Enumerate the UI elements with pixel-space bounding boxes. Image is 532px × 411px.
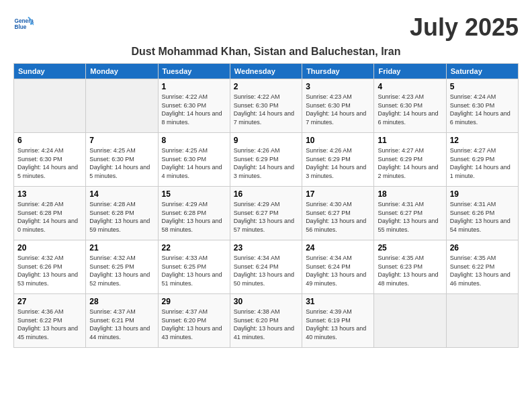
- calendar-week-row: 6Sunrise: 4:24 AMSunset: 6:30 PMDaylight…: [14, 133, 519, 187]
- calendar-week-row: 27Sunrise: 4:36 AMSunset: 6:22 PMDayligh…: [14, 294, 519, 348]
- calendar-day-cell: 12Sunrise: 4:27 AMSunset: 6:29 PMDayligh…: [446, 133, 518, 187]
- weekday-header-cell: Monday: [86, 64, 158, 79]
- calendar-week-row: 13Sunrise: 4:28 AMSunset: 6:28 PMDayligh…: [14, 187, 519, 240]
- weekday-header-cell: Friday: [374, 64, 446, 79]
- day-info: Sunrise: 4:38 AMSunset: 6:20 PMDaylight:…: [234, 308, 298, 341]
- calendar-day-cell: 27Sunrise: 4:36 AMSunset: 6:22 PMDayligh…: [14, 294, 86, 348]
- day-info: Sunrise: 4:27 AMSunset: 6:29 PMDaylight:…: [378, 146, 442, 180]
- day-number: 24: [306, 243, 370, 253]
- calendar-week-row: 1Sunrise: 4:22 AMSunset: 6:30 PMDaylight…: [14, 79, 519, 133]
- day-info: Sunrise: 4:25 AMSunset: 6:30 PMDaylight:…: [89, 146, 154, 180]
- day-info: Sunrise: 4:22 AMSunset: 6:30 PMDaylight:…: [234, 93, 298, 126]
- day-number: 13: [17, 189, 82, 199]
- calendar-day-cell: [374, 294, 446, 348]
- day-number: 9: [234, 136, 298, 145]
- day-number: 11: [378, 136, 442, 145]
- calendar-day-cell: [86, 79, 158, 133]
- weekday-header-cell: Saturday: [446, 64, 518, 79]
- day-info: Sunrise: 4:24 AMSunset: 6:30 PMDaylight:…: [450, 93, 515, 126]
- weekday-header-cell: Wednesday: [230, 64, 302, 79]
- day-number: 8: [162, 136, 226, 145]
- calendar-day-cell: 9Sunrise: 4:26 AMSunset: 6:29 PMDaylight…: [230, 133, 302, 187]
- calendar-day-cell: 18Sunrise: 4:31 AMSunset: 6:27 PMDayligh…: [374, 187, 446, 240]
- calendar-day-cell: 8Sunrise: 4:25 AMSunset: 6:30 PMDaylight…: [158, 133, 230, 187]
- day-info: Sunrise: 4:34 AMSunset: 6:24 PMDaylight:…: [306, 254, 370, 287]
- day-info: Sunrise: 4:23 AMSunset: 6:30 PMDaylight:…: [306, 93, 370, 126]
- day-number: 15: [162, 189, 226, 199]
- day-number: 1: [162, 82, 226, 91]
- day-number: 10: [306, 136, 370, 145]
- calendar-day-cell: 13Sunrise: 4:28 AMSunset: 6:28 PMDayligh…: [14, 187, 86, 240]
- day-number: 26: [450, 243, 515, 253]
- day-info: Sunrise: 4:28 AMSunset: 6:28 PMDaylight:…: [17, 200, 82, 234]
- calendar-day-cell: 24Sunrise: 4:34 AMSunset: 6:24 PMDayligh…: [302, 240, 374, 294]
- day-info: Sunrise: 4:27 AMSunset: 6:29 PMDaylight:…: [450, 146, 515, 180]
- day-number: 30: [234, 297, 298, 306]
- day-number: 3: [306, 82, 370, 91]
- calendar-day-cell: 22Sunrise: 4:33 AMSunset: 6:25 PMDayligh…: [158, 240, 230, 294]
- calendar-day-cell: 5Sunrise: 4:24 AMSunset: 6:30 PMDaylight…: [446, 79, 518, 133]
- calendar-day-cell: 23Sunrise: 4:34 AMSunset: 6:24 PMDayligh…: [230, 240, 302, 294]
- day-number: 16: [234, 189, 298, 199]
- day-info: Sunrise: 4:29 AMSunset: 6:27 PMDaylight:…: [234, 200, 298, 234]
- calendar-day-cell: 26Sunrise: 4:35 AMSunset: 6:22 PMDayligh…: [446, 240, 518, 294]
- calendar-day-cell: 10Sunrise: 4:26 AMSunset: 6:29 PMDayligh…: [302, 133, 374, 187]
- calendar-day-cell: 6Sunrise: 4:24 AMSunset: 6:30 PMDaylight…: [14, 133, 86, 187]
- day-info: Sunrise: 4:37 AMSunset: 6:21 PMDaylight:…: [89, 308, 154, 341]
- day-info: Sunrise: 4:35 AMSunset: 6:22 PMDaylight:…: [450, 254, 515, 287]
- day-info: Sunrise: 4:31 AMSunset: 6:26 PMDaylight:…: [450, 200, 515, 234]
- calendar-day-cell: 16Sunrise: 4:29 AMSunset: 6:27 PMDayligh…: [230, 187, 302, 240]
- logo: General Blue: [13, 13, 36, 34]
- day-number: 31: [306, 297, 370, 306]
- day-info: Sunrise: 4:37 AMSunset: 6:20 PMDaylight:…: [162, 308, 226, 341]
- calendar-day-cell: 15Sunrise: 4:29 AMSunset: 6:28 PMDayligh…: [158, 187, 230, 240]
- day-number: 12: [450, 136, 515, 145]
- calendar-day-cell: 29Sunrise: 4:37 AMSunset: 6:20 PMDayligh…: [158, 294, 230, 348]
- svg-text:Blue: Blue: [15, 24, 27, 30]
- calendar-day-cell: 20Sunrise: 4:32 AMSunset: 6:26 PMDayligh…: [14, 240, 86, 294]
- day-number: 21: [89, 243, 154, 253]
- calendar-day-cell: [14, 79, 86, 133]
- day-info: Sunrise: 4:35 AMSunset: 6:23 PMDaylight:…: [378, 254, 442, 287]
- calendar-day-cell: 19Sunrise: 4:31 AMSunset: 6:26 PMDayligh…: [446, 187, 518, 240]
- day-number: 23: [234, 243, 298, 253]
- calendar-day-cell: 21Sunrise: 4:32 AMSunset: 6:25 PMDayligh…: [86, 240, 158, 294]
- calendar-day-cell: 17Sunrise: 4:30 AMSunset: 6:27 PMDayligh…: [302, 187, 374, 240]
- day-number: 5: [450, 82, 515, 91]
- calendar-day-cell: 1Sunrise: 4:22 AMSunset: 6:30 PMDaylight…: [158, 79, 230, 133]
- weekday-header-cell: Sunday: [14, 64, 86, 79]
- calendar-day-cell: 4Sunrise: 4:23 AMSunset: 6:30 PMDaylight…: [374, 79, 446, 133]
- month-year-title: July 2025: [410, 13, 519, 42]
- day-info: Sunrise: 4:22 AMSunset: 6:30 PMDaylight:…: [162, 93, 226, 126]
- day-number: 18: [378, 189, 442, 199]
- calendar-body: 1Sunrise: 4:22 AMSunset: 6:30 PMDaylight…: [14, 79, 519, 348]
- calendar-day-cell: 14Sunrise: 4:28 AMSunset: 6:28 PMDayligh…: [86, 187, 158, 240]
- day-info: Sunrise: 4:36 AMSunset: 6:22 PMDaylight:…: [17, 308, 82, 341]
- day-number: 22: [162, 243, 226, 253]
- day-number: 7: [89, 136, 154, 145]
- day-info: Sunrise: 4:25 AMSunset: 6:30 PMDaylight:…: [162, 146, 226, 180]
- calendar-day-cell: 2Sunrise: 4:22 AMSunset: 6:30 PMDaylight…: [230, 79, 302, 133]
- day-info: Sunrise: 4:31 AMSunset: 6:27 PMDaylight:…: [378, 200, 442, 234]
- day-number: 2: [234, 82, 298, 91]
- day-info: Sunrise: 4:29 AMSunset: 6:28 PMDaylight:…: [162, 200, 226, 234]
- calendar-table: SundayMondayTuesdayWednesdayThursdayFrid…: [13, 63, 519, 348]
- day-number: 14: [89, 189, 154, 199]
- calendar-day-cell: 7Sunrise: 4:25 AMSunset: 6:30 PMDaylight…: [86, 133, 158, 187]
- day-number: 28: [89, 297, 154, 306]
- day-info: Sunrise: 4:30 AMSunset: 6:27 PMDaylight:…: [306, 200, 370, 234]
- calendar-day-cell: 25Sunrise: 4:35 AMSunset: 6:23 PMDayligh…: [374, 240, 446, 294]
- day-info: Sunrise: 4:26 AMSunset: 6:29 PMDaylight:…: [306, 146, 370, 180]
- day-info: Sunrise: 4:32 AMSunset: 6:26 PMDaylight:…: [17, 254, 82, 287]
- day-info: Sunrise: 4:34 AMSunset: 6:24 PMDaylight:…: [234, 254, 298, 287]
- day-number: 20: [17, 243, 82, 253]
- day-number: 29: [162, 297, 226, 306]
- day-info: Sunrise: 4:39 AMSunset: 6:19 PMDaylight:…: [306, 308, 370, 341]
- weekday-header-cell: Tuesday: [158, 64, 230, 79]
- day-number: 19: [450, 189, 515, 199]
- calendar-day-cell: 11Sunrise: 4:27 AMSunset: 6:29 PMDayligh…: [374, 133, 446, 187]
- calendar-day-cell: 30Sunrise: 4:38 AMSunset: 6:20 PMDayligh…: [230, 294, 302, 348]
- day-info: Sunrise: 4:32 AMSunset: 6:25 PMDaylight:…: [89, 254, 154, 287]
- calendar-day-cell: 3Sunrise: 4:23 AMSunset: 6:30 PMDaylight…: [302, 79, 374, 133]
- day-number: 25: [378, 243, 442, 253]
